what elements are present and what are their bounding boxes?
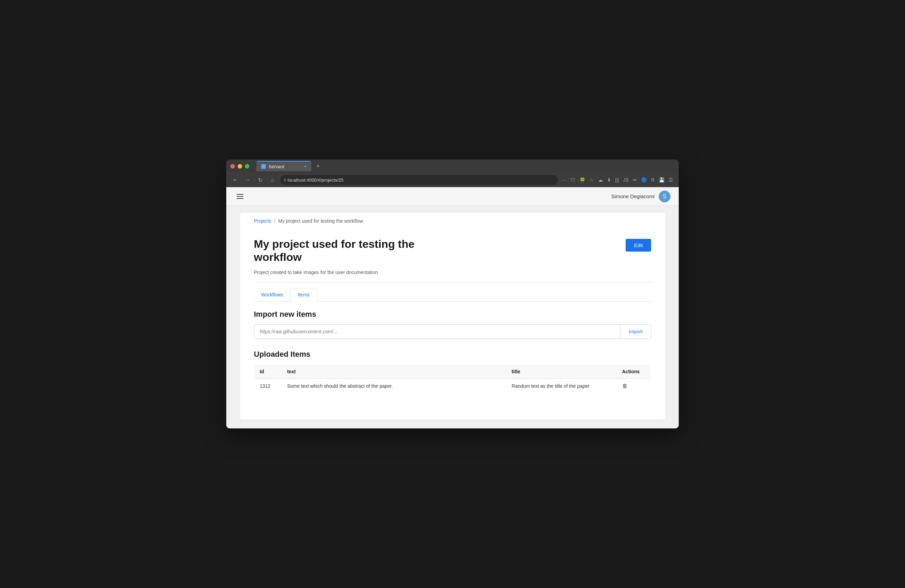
main-content-card: Projects / My project used for testing t… [240, 212, 665, 420]
browser-tab[interactable]: ⚛ Servant × [256, 161, 311, 171]
cell-text: Some text which should the abstract of t… [282, 379, 506, 393]
tab-workflows[interactable]: Workflows [254, 288, 291, 301]
url-display: localhost:4000/#/projects/25 [287, 178, 343, 183]
hamburger-line-1 [237, 194, 243, 195]
user-name-label: Simone Degiacomi [611, 193, 655, 199]
breadcrumb-current-page: My project used for testing the workflow [278, 218, 363, 224]
r-icon[interactable]: R [650, 176, 656, 183]
cell-id: 1312 [254, 379, 282, 393]
app-header: Simone Degiacomi S [226, 187, 679, 206]
column-header-actions: Actions [617, 364, 651, 379]
lock-icon: ℹ [284, 178, 286, 182]
delete-row-icon[interactable]: 🗑 [622, 383, 628, 389]
breadcrumb-separator: / [274, 218, 276, 224]
hamburger-menu-button[interactable] [235, 192, 246, 201]
items-table: Id text title Actions 1312 Some text whi… [254, 364, 651, 394]
cloud-icon[interactable]: ☁ [597, 176, 604, 183]
tab-items[interactable]: Items [291, 288, 317, 301]
column-header-id: Id [254, 364, 282, 379]
uploaded-items-title: Uploaded Items [254, 350, 651, 359]
extension-icon[interactable]: 🍀 [578, 176, 587, 183]
page-header: My project used for testing the workflow… [254, 229, 651, 269]
address-bar[interactable]: ℹ localhost:4000/#/projects/25 [280, 175, 558, 185]
pocket-icon[interactable]: 🛡 [569, 176, 577, 183]
cell-title: Random text as the title of the paper [506, 379, 617, 393]
user-avatar[interactable]: S [659, 190, 670, 202]
menu-icon[interactable]: ☰ [667, 176, 675, 183]
breadcrumb-projects-link[interactable]: Projects [254, 218, 272, 224]
browser-navbar: ← → ↻ ⌂ ℹ localhost:4000/#/projects/25 ·… [226, 173, 679, 187]
column-header-text: text [282, 364, 506, 379]
page-divider [254, 282, 651, 282]
library-icon[interactable]: ||| [614, 176, 621, 183]
browser-window: ⚛ Servant × + ← → ↻ ⌂ ℹ localhost:4000/#… [226, 160, 679, 428]
traffic-light-yellow[interactable] [238, 164, 242, 168]
import-section-title: Import new items [254, 310, 651, 319]
bookmark-icon[interactable]: ☆ [588, 176, 595, 183]
header-user-area: Simone Degiacomi S [611, 190, 670, 202]
breadcrumb: Projects / My project used for testing t… [254, 212, 651, 229]
browser-titlebar: ⚛ Servant × + [226, 160, 679, 173]
forward-button[interactable]: → [243, 175, 252, 185]
table-header: Id text title Actions [254, 364, 651, 379]
tabs-container: Workflows Items [254, 288, 651, 301]
js-icon[interactable]: JS [622, 176, 630, 183]
refresh-button[interactable]: ↻ [255, 175, 265, 185]
app-content: Simone Degiacomi S Projects / My project… [226, 187, 679, 428]
more-icon[interactable]: ··· [561, 176, 568, 183]
profile-icon[interactable]: 🔵 [640, 176, 648, 183]
tab-close-icon[interactable]: × [304, 164, 306, 169]
import-button[interactable]: Import [620, 325, 651, 338]
browser-nav-extras: ··· 🛡 🍀 ☆ ☁ ⬇ ||| JS ✏ 🔵 R 💾 ☰ [561, 176, 675, 183]
page-title: My project used for testing the workflow [254, 238, 461, 264]
edit-button[interactable]: Edit [626, 239, 651, 252]
back-button[interactable]: ← [230, 175, 240, 185]
tab-title: Servant [269, 164, 284, 169]
home-button[interactable]: ⌂ [268, 175, 277, 185]
column-header-title: title [506, 364, 617, 379]
import-url-input[interactable] [254, 325, 620, 338]
hamburger-line-2 [237, 196, 243, 197]
table-header-row: Id text title Actions [254, 364, 651, 379]
download-icon[interactable]: ⬇ [606, 176, 613, 183]
table-row: 1312 Some text which should the abstract… [254, 379, 651, 393]
table-body: 1312 Some text which should the abstract… [254, 379, 651, 393]
import-row: Import [254, 324, 651, 339]
traffic-light-red[interactable] [230, 164, 235, 168]
cell-actions: 🗑 [617, 379, 651, 393]
tab-favicon-icon: ⚛ [261, 164, 266, 169]
edit-browser-icon[interactable]: ✏ [632, 176, 638, 183]
new-tab-button[interactable]: + [316, 163, 320, 170]
page-description: Project created to take images for the u… [254, 269, 651, 275]
save-browser-icon[interactable]: 💾 [657, 176, 666, 183]
hamburger-line-3 [237, 198, 243, 199]
traffic-light-green[interactable] [245, 164, 249, 168]
